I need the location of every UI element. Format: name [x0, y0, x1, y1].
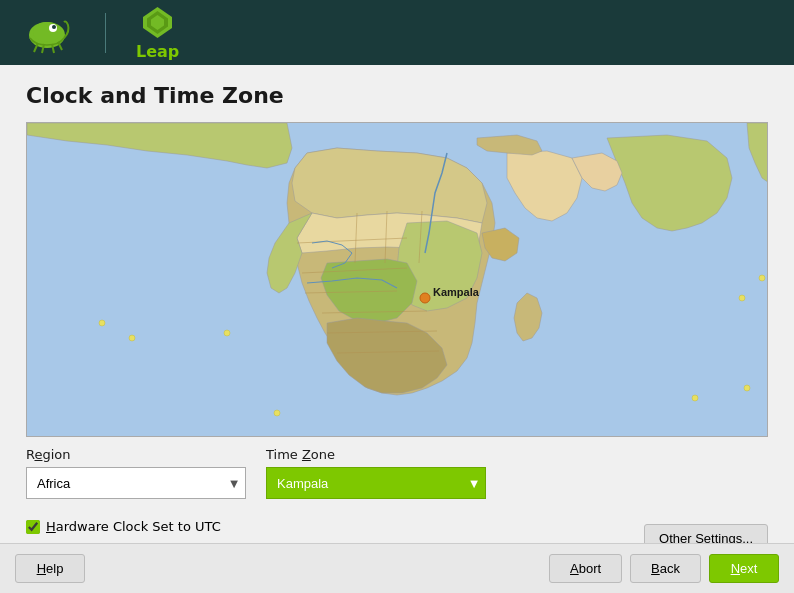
map-container[interactable]: Kampala: [26, 122, 768, 437]
svg-point-25: [129, 335, 135, 341]
region-select[interactable]: Africa Americas Antarctica Asia Atlantic…: [26, 467, 246, 499]
timezone-group: Time Zone Kampala Nairobi Cairo Lagos Jo…: [266, 447, 486, 499]
svg-point-1: [33, 22, 61, 42]
kampala-marker: [420, 293, 430, 303]
nav-buttons: Abort Back Next: [549, 554, 779, 583]
next-button[interactable]: Next: [709, 554, 779, 583]
region-label: Region: [26, 447, 246, 462]
svg-point-26: [224, 330, 230, 336]
timezone-select[interactable]: Kampala Nairobi Cairo Lagos Johannesburg: [266, 467, 486, 499]
leap-diamond-icon: [140, 5, 175, 40]
svg-point-27: [274, 410, 280, 416]
svg-text:Kampala: Kampala: [433, 286, 480, 298]
opensuse-chameleon-icon: open SUSE: [20, 10, 75, 55]
leap-logo: Leap: [136, 5, 179, 61]
svg-point-38: [692, 395, 698, 401]
help-button[interactable]: HHelpelp: [15, 554, 85, 583]
hardware-clock-row: Hardware Clock Set to UTC: [26, 519, 295, 534]
header: open SUSE Leap: [0, 0, 794, 65]
header-divider: [105, 13, 106, 53]
region-select-wrap[interactable]: Africa Americas Antarctica Asia Atlantic…: [26, 467, 246, 499]
timezone-label: Time Zone: [266, 447, 486, 462]
world-map[interactable]: Kampala: [27, 123, 768, 437]
hardware-clock-label[interactable]: Hardware Clock Set to UTC: [46, 519, 221, 534]
svg-point-36: [759, 275, 765, 281]
svg-point-24: [99, 320, 105, 326]
timezone-select-wrap[interactable]: Kampala Nairobi Cairo Lagos Johannesburg…: [266, 467, 486, 499]
leap-label: Leap: [136, 42, 179, 61]
svg-point-3: [52, 25, 56, 29]
opensuse-logo: open SUSE: [20, 10, 75, 55]
abort-button[interactable]: Abort: [549, 554, 622, 583]
back-button[interactable]: Back: [630, 554, 701, 583]
region-group: Region Africa Americas Antarctica Asia A…: [26, 447, 246, 499]
svg-point-37: [744, 385, 750, 391]
page-title: Clock and Time Zone: [26, 83, 768, 108]
svg-point-35: [739, 295, 745, 301]
hardware-clock-checkbox[interactable]: [26, 520, 40, 534]
bottom-bar: HHelpelp Abort Back Next: [0, 543, 794, 593]
